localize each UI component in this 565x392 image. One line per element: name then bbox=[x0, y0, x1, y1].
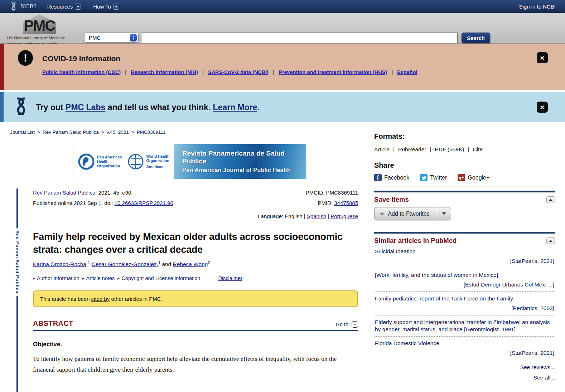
pmc-labs-banner: Try out PMC Labs and tell us what you th… bbox=[0, 92, 565, 122]
go-to-dropdown-icon[interactable] bbox=[352, 321, 358, 328]
disclosure-triangle-icon: ▸ bbox=[82, 276, 84, 281]
author-information-toggle[interactable]: Author information bbox=[37, 275, 79, 281]
sign-in-link[interactable]: Sign in to NCBI bbox=[519, 4, 556, 10]
labs-close-button[interactable]: × bbox=[537, 102, 548, 113]
covid-link-cdc[interactable]: Public health information (CDC) bbox=[42, 69, 121, 75]
search-input[interactable] bbox=[141, 33, 458, 43]
similar-article-link[interactable]: Florida Domestic Violence bbox=[375, 340, 554, 347]
journal-vertical-label: Rev Panam Salud Publica bbox=[15, 228, 20, 296]
go-to-control[interactable]: Go to: bbox=[336, 321, 358, 328]
search-button[interactable]: Search bbox=[462, 33, 490, 43]
journal-side-strip: Rev Panam Salud Publica bbox=[14, 188, 20, 392]
section-divider-bar bbox=[374, 191, 555, 192]
cited-by-link[interactable]: cited by bbox=[91, 296, 110, 302]
pmc-logo[interactable]: PMC US National Library of Medicine Nati… bbox=[7, 14, 65, 48]
separator: | bbox=[273, 69, 274, 75]
doi-link[interactable]: 10.26633/RPSP.2021.90 bbox=[115, 200, 173, 206]
separator: | bbox=[391, 69, 393, 75]
pmc-labs-helix-icon bbox=[14, 97, 29, 117]
ncbi-logo[interactable]: NCBI bbox=[9, 2, 37, 11]
author-link-1[interactable]: Karina Orozco-Rocha bbox=[33, 261, 86, 267]
similar-article-link[interactable]: Family pediatrics: report of the Task Fo… bbox=[375, 295, 554, 303]
separator: | bbox=[393, 146, 395, 153]
pmc-logo-text: PMC bbox=[16, 17, 62, 34]
format-cite-link[interactable]: Cite bbox=[473, 146, 483, 153]
who-text-line: World Health bbox=[146, 154, 170, 158]
language-spanish-link[interactable]: Spanish bbox=[307, 213, 326, 219]
abstract-section-header: ABSTRACT Go to: bbox=[33, 319, 358, 331]
covid-accent-stripe bbox=[0, 44, 4, 90]
strip-line bbox=[16, 188, 18, 228]
covid-link-nih[interactable]: Research information (NIH) bbox=[131, 69, 198, 75]
similar-article-source: [StatPearls. 2021] bbox=[375, 349, 554, 357]
how-to-menu[interactable]: How To bbox=[93, 4, 119, 10]
see-reviews-link[interactable]: See reviews... bbox=[374, 364, 555, 371]
format-pdf-link[interactable]: PDF (559K) bbox=[435, 146, 464, 153]
breadcrumb-volume[interactable]: v.45; 2021 bbox=[107, 129, 129, 135]
author-affiliation-sup: 1 bbox=[158, 260, 160, 265]
pmcid-value: PMC8369111 bbox=[326, 190, 358, 196]
paho-logo: Pan American Health Organization bbox=[78, 153, 122, 170]
pmcid-label: PMCID: bbox=[306, 190, 325, 196]
covid-link-espanol[interactable]: Español bbox=[397, 69, 417, 75]
pmid-link[interactable]: 34475885 bbox=[334, 200, 358, 206]
article-sidebar: Formats: Article | PubReader | PDF (559K… bbox=[374, 122, 555, 381]
pmc-header: PMC US National Library of Medicine Nati… bbox=[0, 13, 565, 44]
share-twitter-button[interactable]: Twitter bbox=[420, 174, 447, 181]
separator: | bbox=[202, 69, 204, 75]
similar-articles-heading: Similar articles in PubMed bbox=[374, 237, 457, 245]
covid-close-button[interactable]: × bbox=[537, 52, 548, 63]
covid-link-ncbi[interactable]: SARS-CoV-2 data (NCBI) bbox=[208, 69, 269, 75]
similar-article-link[interactable]: [Work, fertility, and the status of wome… bbox=[375, 271, 554, 279]
similar-article-item: Elderly support and intergenerational tr… bbox=[374, 315, 555, 337]
add-to-favorites-label: Add to Favorites bbox=[388, 211, 430, 217]
breadcrumb-current: PMC8369111 bbox=[137, 129, 166, 135]
similar-article-link[interactable]: Elderly support and intergenerational tr… bbox=[375, 319, 550, 333]
similar-article-item: Florida Domestic Violence [StatPearls. 2… bbox=[374, 337, 555, 360]
pmc-labs-link[interactable]: PMC Labs bbox=[66, 103, 105, 112]
database-select[interactable]: PMC ▴▾ bbox=[84, 33, 139, 43]
language-portuguese-link[interactable]: Portuguese bbox=[330, 213, 358, 219]
resources-menu[interactable]: Resources bbox=[47, 4, 81, 10]
separator: | bbox=[125, 69, 126, 75]
resources-chevron-icon bbox=[75, 4, 81, 10]
share-facebook-button[interactable]: f Facebook bbox=[374, 174, 409, 181]
copyright-license-toggle[interactable]: Copyright and License information bbox=[121, 275, 200, 281]
breadcrumb-journal-list[interactable]: Journal List bbox=[10, 129, 35, 135]
journal-citation-link[interactable]: Rev Panam Salud Publica. bbox=[33, 190, 97, 196]
similar-article-source: [Gerontologist. 1991] bbox=[464, 326, 516, 332]
formats-row: Article | PubReader | PDF (559K) | Cite bbox=[374, 146, 555, 153]
article-notes-toggle[interactable]: Article notes bbox=[86, 275, 115, 281]
who-emblem-icon bbox=[127, 153, 144, 170]
google-plus-icon: g+ bbox=[458, 174, 465, 181]
article-title: Family help received by Mexican older ad… bbox=[33, 231, 358, 256]
similar-article-link[interactable]: Suicidal Ideation bbox=[375, 248, 554, 255]
alert-icon: ! bbox=[18, 50, 33, 66]
author-link-2[interactable]: Cesar Gonzalez-Gonzalez bbox=[92, 261, 157, 267]
pmid-label: PMID: bbox=[318, 200, 333, 206]
see-all-link[interactable]: See all... bbox=[374, 374, 555, 381]
labs-text-pre: Try out bbox=[36, 103, 63, 112]
journal-banner-subtitle: Pan American Journal of Public Health bbox=[182, 167, 306, 173]
learn-more-link[interactable]: Learn More bbox=[213, 103, 257, 112]
author-link-3[interactable]: Rebeca Wong bbox=[173, 261, 208, 267]
language-current: Language: English bbox=[258, 213, 302, 219]
paho-text-line: Pan American bbox=[97, 155, 122, 159]
similar-article-item: Suicidal Ideation [StatPearls. 2021] bbox=[374, 245, 555, 268]
share-google-plus-button[interactable]: g+ Google+ bbox=[458, 174, 489, 181]
google-plus-label: Google+ bbox=[468, 175, 489, 181]
breadcrumb-journal[interactable]: Rev Panam Salud Publica bbox=[43, 129, 99, 135]
add-to-favorites-button[interactable]: ★ Add to Favorites bbox=[374, 207, 451, 220]
authors-line: Karina Orozco-Rocha,1 Cesar Gonzalez-Gon… bbox=[33, 260, 358, 268]
covid-banner: ! COVID-19 Information Public health inf… bbox=[0, 44, 565, 90]
disclaimer-link[interactable]: Disclaimer bbox=[218, 275, 242, 281]
similar-article-source: [Estud Demogr Urbanos Col Mex. ...] bbox=[375, 281, 554, 289]
format-pubreader-link[interactable]: PubReader bbox=[398, 146, 426, 153]
labs-text-mid: and tell us what you think. bbox=[108, 103, 211, 112]
paho-text-line: Health bbox=[97, 159, 122, 163]
covid-link-hhs[interactable]: Prevention and treatment information (HH… bbox=[279, 69, 387, 75]
language-row: Language: English | Spanish | Portuguese bbox=[33, 213, 358, 219]
favorites-dropdown-arrow[interactable] bbox=[437, 207, 451, 220]
similar-articles-collapse-button[interactable] bbox=[546, 237, 555, 244]
save-items-collapse-button[interactable] bbox=[546, 196, 555, 203]
